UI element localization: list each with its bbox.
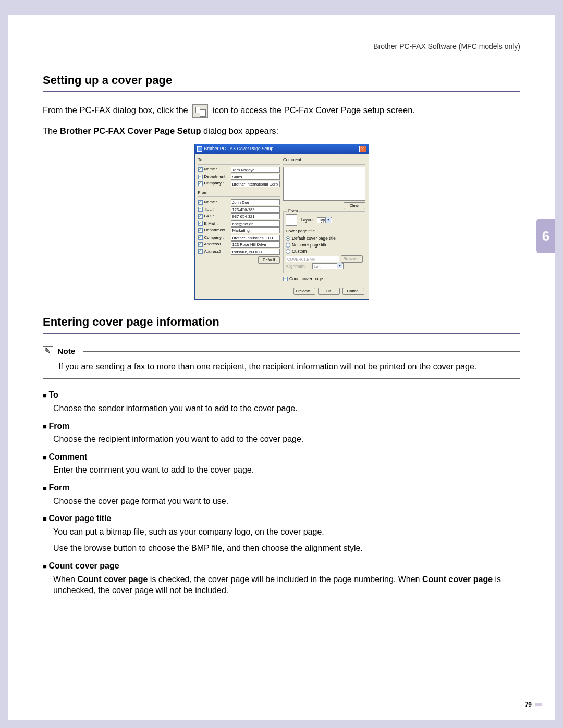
layout-label: Layout — [301, 218, 314, 223]
layout-select[interactable]: Type 1 — [317, 217, 332, 223]
from-fax-input[interactable]: 987-654-321 — [231, 213, 280, 219]
from-tel-label: TEL : — [204, 207, 229, 213]
page-number: 79 — [525, 701, 532, 708]
from-name-input[interactable]: John Doe — [231, 199, 280, 205]
item-form: Form Choose the cover page format you wa… — [43, 482, 520, 507]
item-from-title: From — [43, 421, 520, 432]
from-fax-checkbox[interactable] — [198, 214, 203, 219]
cpt-default-label: Default cover page title — [292, 236, 336, 241]
from-comp-input[interactable]: Brother Industries, LTD — [231, 235, 280, 241]
intro-paragraph: From the PC-FAX dialog box, click the ic… — [43, 104, 520, 118]
default-button[interactable]: Default — [258, 256, 280, 264]
item-cover-page-title: Cover page title You can put a bitmap fi… — [43, 513, 520, 554]
note-body: If you are sending a fax to more than on… — [58, 361, 520, 373]
running-header: Brother PC-FAX Software (MFC models only… — [43, 42, 520, 52]
cpt-custom-radio[interactable] — [286, 249, 290, 254]
frame-bottom — [0, 720, 563, 728]
cover-page-setup-dialog: Brother PC-FAX Cover Page Setup X To Nam… — [194, 144, 369, 300]
browse-button: Browse... — [341, 255, 363, 263]
note-header: Note — [43, 346, 520, 357]
cpt-bmp-input: COVER01.BMP — [286, 256, 339, 262]
to-dept-checkbox[interactable] — [198, 175, 203, 179]
dialog-footer: Preview... OK Cancel — [195, 285, 369, 299]
cpt-default-radio[interactable] — [286, 236, 290, 241]
close-icon[interactable]: X — [359, 146, 366, 152]
item-count-body: When Count cover page is checked, the co… — [53, 574, 520, 596]
from-tel-input[interactable]: 123-456-789 — [231, 206, 280, 213]
from-name-label: Name : — [204, 200, 229, 205]
item-comment-title: Comment — [43, 451, 520, 463]
cpt-custom-label: Custom — [292, 249, 307, 254]
form-fieldset: Form Layout Type 1 Cover page title Defa… — [283, 211, 365, 273]
cancel-button[interactable]: Cancel — [342, 288, 364, 295]
item-form-title: Form — [43, 482, 520, 493]
to-name-checkbox[interactable] — [198, 167, 203, 172]
ok-button[interactable]: OK — [318, 288, 340, 295]
to-comp-checkbox[interactable] — [198, 181, 203, 186]
cpt-none-label: No cover page title — [292, 242, 327, 248]
note-label: Note — [57, 346, 75, 357]
count-b2: Count cover page — [422, 575, 493, 584]
intro-text-before: From the PC-FAX dialog box, click the — [43, 105, 190, 115]
page-number-accent — [535, 703, 542, 706]
from-email-checkbox[interactable] — [198, 221, 203, 226]
from-dept-label: Department : — [204, 228, 229, 233]
item-cpt-body1: You can put a bitmap file, such as your … — [53, 526, 520, 538]
count-c: is checked, the cover page will be inclu… — [148, 575, 422, 584]
from-addr2-label: Address2 : — [204, 249, 229, 255]
intro2-a: The — [43, 126, 60, 135]
from-addr2-checkbox[interactable] — [198, 249, 203, 254]
layout-preview-icon — [286, 214, 297, 226]
dialog-left-column: To Name :Taro Nagoya Department :Sales C… — [198, 156, 280, 282]
from-addr2-input[interactable]: Potsville, NJ 088 — [231, 249, 280, 255]
note-icon — [43, 346, 53, 356]
from-email-label: E-Mail : — [204, 221, 229, 227]
item-from: From Choose the recipient information yo… — [43, 421, 520, 445]
clear-button[interactable]: Clear — [344, 202, 365, 209]
page-content: Brother PC-FAX Software (MFC models only… — [43, 42, 520, 596]
dialog-body: To Name :Taro Nagoya Department :Sales C… — [195, 154, 369, 285]
app-icon — [197, 146, 202, 152]
to-dept-input[interactable]: Sales — [231, 174, 280, 180]
comment-group-label: Comment — [283, 157, 365, 163]
heading-setting-up: Setting up a cover page — [43, 72, 520, 92]
frame-left — [0, 0, 8, 728]
cover-page-icon — [192, 104, 208, 118]
from-group-label: From — [198, 190, 280, 196]
preview-button[interactable]: Preview... — [293, 288, 315, 295]
intro2-b: dialog box appears: — [201, 126, 279, 135]
item-to-title: To — [43, 389, 520, 401]
from-dept-input[interactable]: Marketing — [231, 227, 280, 233]
item-to-body: Choose the sender information you want t… — [53, 403, 520, 414]
from-email-input[interactable]: abc@def.ghi — [231, 220, 280, 227]
heading-entering-info: Entering cover page information — [43, 314, 520, 334]
dialog-title: Brother PC-FAX Cover Page Setup — [204, 146, 357, 152]
from-addr1-input[interactable]: 123 Rose Hill Drive — [231, 241, 280, 248]
intro2-bold: Brother PC-FAX Cover Page Setup — [60, 126, 201, 135]
to-name-input[interactable]: Taro Nagoya — [231, 167, 280, 173]
count-cover-page-checkbox[interactable] — [283, 277, 288, 281]
item-count-cover-page: Count cover page When Count cover page i… — [43, 560, 520, 596]
item-cpt-body2: Use the browse button to choose the BMP … — [53, 542, 520, 554]
cpt-none-radio[interactable] — [286, 243, 290, 248]
from-dept-checkbox[interactable] — [198, 228, 203, 233]
from-name-checkbox[interactable] — [198, 200, 203, 205]
item-form-body: Choose the cover page format you want to… — [53, 496, 520, 507]
from-addr1-label: Address1 : — [204, 242, 229, 248]
frame-top — [0, 0, 563, 15]
dialog-right-column: Comment Clear Form Layout Type 1 — [283, 156, 365, 282]
from-comp-label: Company : — [204, 235, 229, 241]
frame-right — [555, 0, 563, 728]
item-from-body: Choose the recipient information you wan… — [53, 434, 520, 445]
to-group-label: To — [198, 157, 280, 163]
intro-paragraph-2: The Brother PC-FAX Cover Page Setup dial… — [43, 125, 520, 137]
dialog-titlebar: Brother PC-FAX Cover Page Setup X — [195, 144, 369, 154]
from-comp-checkbox[interactable] — [198, 235, 203, 240]
from-fax-label: FAX : — [204, 214, 229, 219]
alignment-select: Left — [312, 263, 344, 269]
item-comment: Comment Enter the comment you want to ad… — [43, 451, 520, 476]
comment-textarea[interactable] — [283, 167, 365, 201]
from-tel-checkbox[interactable] — [198, 207, 203, 212]
to-comp-input[interactable]: Brother International Corp — [231, 181, 280, 187]
from-addr1-checkbox[interactable] — [198, 242, 203, 247]
